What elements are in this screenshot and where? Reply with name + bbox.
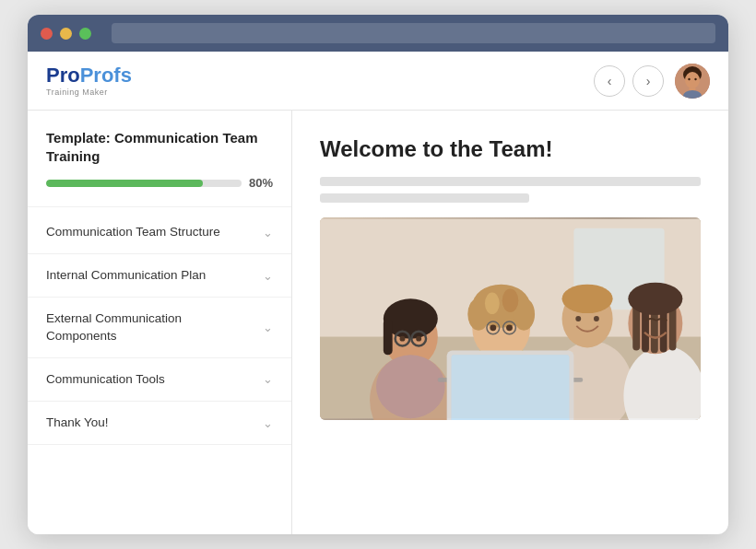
logo-pro: Pro [46,64,80,87]
placeholder-line-1 [320,177,701,186]
svg-rect-50 [320,219,701,418]
course-title: Template: Communication Team Training [28,129,291,176]
sidebar-item-label: External Communication Components [46,310,263,344]
back-arrow-icon: ‹ [608,74,612,88]
address-bar[interactable] [112,23,715,43]
sidebar-item-label: Communication Tools [46,371,263,388]
sidebar-item-communication-tools[interactable]: Communication Tools ⌄ [28,358,291,402]
main-content: Welcome to the Team! [292,111,728,534]
sidebar-item-external-communication-components[interactable]: External Communication Components ⌄ [28,298,291,357]
sidebar-item-label: Communication Team Structure [46,224,263,240]
minimize-button[interactable] [60,28,72,40]
progress-label: 80% [249,176,273,190]
svg-point-4 [694,77,696,79]
team-image [320,217,701,420]
logo: ProProfs Training Maker [46,65,132,97]
chevron-down-icon: ⌄ [263,321,273,334]
sidebar-item-communication-team-structure[interactable]: Communication Team Structure ⌄ [28,211,291,254]
forward-arrow-icon: › [646,74,651,88]
chevron-down-icon: ⌄ [263,416,273,430]
progress-bar-container: 80% [28,176,291,206]
user-avatar[interactable] [675,64,710,99]
sidebar-item-label: Internal Communication Plan [46,267,263,284]
app-header: ProProfs Training Maker ‹ › [28,52,728,111]
browser-titlebar [28,15,728,52]
forward-nav-button[interactable]: › [632,65,664,97]
sidebar-item-internal-communication-plan[interactable]: Internal Communication Plan ⌄ [28,254,291,298]
sidebar-divider [28,206,291,207]
maximize-button[interactable] [79,28,91,40]
back-nav-button[interactable]: ‹ [594,65,625,97]
sidebar: Template: Communication Team Training 80… [28,111,292,534]
svg-point-2 [685,72,700,88]
page-title: Welcome to the Team! [320,136,701,162]
logo-text: ProProfs [46,64,132,87]
placeholder-line-2 [320,193,529,203]
progress-bar-fill [46,180,203,187]
chevron-down-icon: ⌄ [263,269,273,283]
chevron-down-icon: ⌄ [263,226,273,239]
svg-point-3 [688,77,690,79]
sidebar-item-label: Thank You! [46,415,263,431]
close-button[interactable] [41,28,53,40]
team-image-inner [320,217,701,420]
browser-window: ProProfs Training Maker ‹ › [28,15,728,534]
chevron-down-icon: ⌄ [263,372,273,386]
app-body: Template: Communication Team Training 80… [28,111,728,534]
sidebar-item-thank-you[interactable]: Thank You! ⌄ [28,402,291,445]
logo-profs: Profs [80,64,132,87]
content-placeholder [320,177,701,203]
logo-subtitle: Training Maker [46,88,132,97]
progress-bar-background [46,180,242,187]
